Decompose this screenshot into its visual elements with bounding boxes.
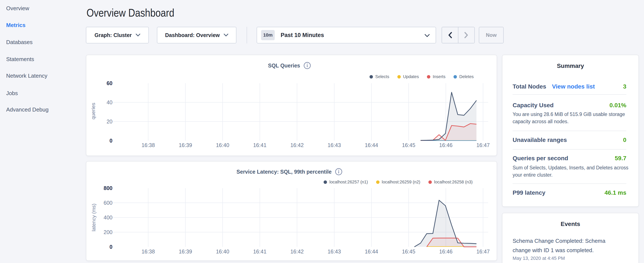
svg-text:16:44: 16:44	[365, 142, 378, 148]
svg-text:400: 400	[104, 214, 112, 220]
svg-text:16:47: 16:47	[476, 248, 490, 254]
svg-text:40: 40	[106, 99, 112, 105]
svg-text:16:42: 16:42	[290, 142, 304, 148]
svg-text:16:43: 16:43	[328, 248, 341, 254]
svg-text:16:40: 16:40	[216, 142, 230, 148]
svg-text:16:46: 16:46	[439, 248, 453, 254]
svg-text:16:43: 16:43	[328, 142, 341, 148]
svg-text:16:47: 16:47	[476, 142, 490, 148]
svg-text:16:44: 16:44	[365, 248, 378, 254]
svg-text:16:41: 16:41	[253, 248, 266, 254]
svg-text:0: 0	[110, 138, 112, 144]
svg-text:16:42: 16:42	[290, 248, 304, 254]
svg-text:16:40: 16:40	[216, 248, 230, 254]
svg-text:16:45: 16:45	[402, 248, 416, 254]
svg-text:16:45: 16:45	[402, 142, 416, 148]
svg-text:16:39: 16:39	[179, 142, 192, 148]
svg-text:20: 20	[106, 119, 112, 124]
svg-text:16:38: 16:38	[142, 248, 155, 254]
svg-text:queries: queries	[90, 103, 96, 120]
svg-text:16:38: 16:38	[142, 142, 155, 148]
svg-text:0: 0	[110, 244, 112, 250]
svg-text:200: 200	[104, 229, 112, 235]
svg-text:600: 600	[104, 200, 112, 206]
svg-text:16:39: 16:39	[179, 248, 192, 254]
svg-text:16:41: 16:41	[253, 142, 266, 148]
svg-text:60: 60	[106, 80, 112, 86]
svg-text:16:46: 16:46	[439, 142, 453, 148]
svg-text:800: 800	[104, 185, 112, 191]
svg-text:latency (ms): latency (ms)	[91, 204, 96, 231]
